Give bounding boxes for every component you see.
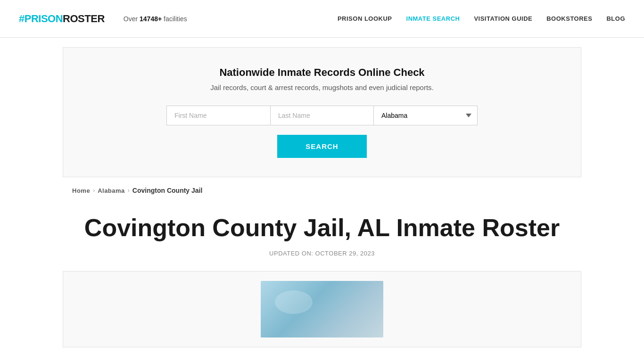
site-header: #PRISONROSTER Over 14748+ facilities PRI… (0, 0, 644, 38)
first-name-input[interactable] (166, 106, 270, 125)
facilities-suffix: facilities (162, 15, 187, 23)
search-panel: Nationwide Inmate Records Online Check J… (63, 47, 581, 177)
breadcrumb: Home › Alabama › Covington County Jail (63, 187, 581, 194)
search-panel-subtitle: Jail records, court & arrest records, mu… (91, 83, 553, 91)
logo-prison: PRISON (25, 13, 63, 25)
page-title-section: Covington County Jail, AL Inmate Roster … (63, 213, 581, 257)
search-panel-title: Nationwide Inmate Records Online Check (91, 66, 553, 79)
facilities-text: Over 14748+ facilities (124, 15, 187, 23)
bottom-card (63, 271, 581, 347)
breadcrumb-home[interactable]: Home (72, 187, 90, 194)
search-button-row: SEARCH (91, 135, 553, 158)
main-nav: PRISON LOOKUP INMATE SEARCH VISITATION G… (338, 15, 625, 22)
search-button[interactable]: SEARCH (277, 135, 366, 158)
search-inputs-row: Alabama Alaska Arizona Arkansas Californ… (166, 106, 478, 125)
page-title: Covington County Jail, AL Inmate Roster (72, 213, 572, 242)
logo-roster: ROSTER (63, 13, 105, 25)
facilities-count: 14748+ (140, 15, 162, 23)
nav-bookstores[interactable]: BOOKSTORES (546, 15, 592, 22)
facilities-prefix: Over (124, 15, 140, 23)
breadcrumb-separator-2: › (128, 187, 130, 194)
nav-inmate-search[interactable]: INMATE SEARCH (406, 15, 460, 22)
breadcrumb-state[interactable]: Alabama (98, 187, 125, 194)
site-logo[interactable]: #PRISONROSTER (19, 13, 105, 25)
nav-visitation-guide[interactable]: VISITATION GUIDE (474, 15, 532, 22)
card-image (261, 281, 383, 337)
logo-hash: # (19, 13, 25, 25)
updated-text: UPDATED ON: OCTOBER 29, 2023 (72, 250, 572, 257)
nav-blog[interactable]: BLOG (606, 15, 625, 22)
search-form: Alabama Alaska Arizona Arkansas Californ… (91, 106, 553, 158)
last-name-input[interactable] (270, 106, 374, 125)
nav-prison-lookup[interactable]: PRISON LOOKUP (338, 15, 392, 22)
breadcrumb-current: Covington County Jail (132, 187, 203, 194)
breadcrumb-separator-1: › (93, 187, 95, 194)
state-select[interactable]: Alabama Alaska Arizona Arkansas Californ… (374, 106, 478, 125)
